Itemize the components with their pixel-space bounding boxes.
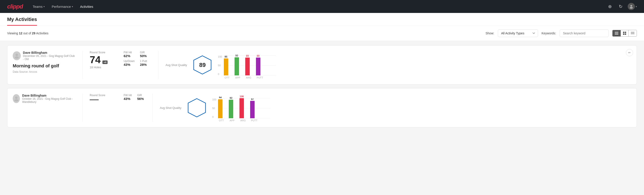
svg-rect-3 bbox=[615, 33, 618, 34]
svg-rect-4 bbox=[615, 34, 618, 34]
search-input[interactable] bbox=[560, 30, 609, 37]
updown: Up/Down 43% bbox=[124, 60, 134, 66]
logo[interactable]: clippd bbox=[7, 3, 23, 10]
activity-title: Morning round of golf bbox=[13, 63, 75, 68]
quality-label: Avg Shot Quality bbox=[166, 63, 187, 67]
svg-point-18 bbox=[14, 99, 18, 102]
refresh-icon[interactable]: ↻ bbox=[617, 3, 624, 10]
viewing-text: Viewing 12 out of 29 Activities bbox=[7, 32, 48, 35]
avatar-2 bbox=[13, 94, 20, 103]
data-source: Data Source: Arccos bbox=[13, 70, 75, 74]
user-info: Dave Billingham December 05, 2021 - Gog … bbox=[13, 51, 75, 61]
nav-performance[interactable]: Performance ▾ bbox=[49, 3, 76, 10]
bar-ott: 85 bbox=[224, 55, 228, 76]
card-stats: Round Score 74 +4 18 Holes FW Hit 62% GI… bbox=[90, 51, 151, 69]
bar-chart-inner-2: 100 50 0 94 bbox=[212, 94, 270, 118]
svg-point-17 bbox=[15, 96, 18, 99]
avatar bbox=[13, 51, 21, 60]
bar-app: 90 bbox=[234, 54, 239, 76]
svg-rect-10 bbox=[631, 32, 634, 33]
gir-2: GIR 56% bbox=[137, 94, 146, 100]
fw-hit: FW Hit 62% bbox=[124, 51, 134, 58]
user-date-2: October 16, 2021 - Gog Magog Golf Club -… bbox=[22, 97, 75, 104]
svg-point-15 bbox=[15, 56, 19, 59]
bar2-ott: 94 bbox=[218, 96, 222, 118]
score-value: 74 +4 bbox=[90, 55, 116, 65]
show-label: Show: bbox=[486, 32, 494, 35]
divider4 bbox=[152, 94, 153, 122]
card-left-2: Dave Billingham October 16, 2021 - Gog M… bbox=[13, 94, 75, 106]
nav: Teams ▾ Performance ▾ Activities bbox=[30, 3, 96, 10]
bar2-app: 92 bbox=[229, 96, 233, 118]
grid-view-button[interactable] bbox=[621, 30, 628, 36]
quality-label-2: Avg Shot Quality bbox=[160, 106, 182, 110]
bar-putt: 89 bbox=[256, 54, 260, 76]
add-icon[interactable]: ⊕ bbox=[606, 3, 614, 10]
score-badge: +4 bbox=[102, 60, 108, 64]
view-toggle bbox=[612, 30, 637, 36]
x-axis-2: OTT APP ARG PUTT bbox=[219, 119, 256, 122]
divider3 bbox=[82, 94, 82, 122]
sub-stats-grid-2: FW Hit 43% GIR 56% bbox=[124, 94, 145, 100]
round-score-label: Round Score bbox=[90, 51, 116, 54]
svg-rect-8 bbox=[625, 34, 626, 35]
nav-activities[interactable]: Activities bbox=[78, 3, 96, 10]
svg-point-1 bbox=[630, 7, 633, 9]
user-name: Dave Billingham bbox=[23, 51, 75, 54]
user-info-2: Dave Billingham October 16, 2021 - Gog M… bbox=[13, 94, 75, 104]
user-menu[interactable]: ▾ bbox=[628, 3, 637, 10]
edit-button[interactable]: ✏ bbox=[626, 49, 633, 56]
score-value-2 bbox=[90, 98, 116, 100]
score-dash bbox=[90, 100, 99, 100]
user-date: December 05, 2021 - Gog Magog Golf Club … bbox=[23, 54, 75, 61]
quality-value: 89 bbox=[199, 62, 206, 68]
performance-chevron-icon: ▾ bbox=[72, 5, 73, 8]
card-stats-2: Round Score FW Hit 43% GIR 56% bbox=[90, 94, 145, 100]
activities-list: ✏ Dave Billingham December 05, 2021 - Go… bbox=[0, 41, 644, 132]
filters-right: Show: All Activity Types Keywords: bbox=[486, 30, 637, 37]
svg-rect-9 bbox=[631, 32, 634, 32]
bar-chart-inner: 100 50 0 85 bbox=[218, 51, 276, 76]
teams-chevron-icon: ▾ bbox=[44, 5, 45, 8]
divider2 bbox=[158, 51, 158, 79]
bars-container-2: 94 92 106 bbox=[218, 98, 270, 118]
svg-point-0 bbox=[630, 5, 632, 7]
svg-rect-7 bbox=[623, 34, 624, 35]
hexagon-2 bbox=[187, 98, 207, 118]
hexagon: 89 bbox=[192, 55, 212, 75]
score-big: 74 bbox=[90, 55, 101, 65]
svg-rect-12 bbox=[631, 34, 634, 34]
svg-rect-11 bbox=[631, 33, 634, 34]
svg-marker-19 bbox=[188, 98, 206, 117]
svg-point-14 bbox=[16, 54, 18, 56]
compact-view-button[interactable] bbox=[628, 30, 637, 36]
y-axis-2: 100 50 0 bbox=[212, 98, 216, 118]
keywords-label: Keywords: bbox=[542, 32, 556, 35]
holes: 18 Holes bbox=[90, 66, 116, 69]
y-axis: 100 50 0 bbox=[218, 55, 222, 76]
page-header: My Activities bbox=[0, 13, 644, 26]
quality-section: Avg Shot Quality 89 100 50 0 bbox=[166, 51, 631, 79]
gir: GIR 50% bbox=[140, 51, 151, 58]
round-score-group: Round Score 74 +4 18 Holes bbox=[90, 51, 116, 69]
x-axis: OTT APP ARG PUTT bbox=[224, 76, 261, 79]
round-score-group-2: Round Score bbox=[90, 94, 116, 100]
list-view-button[interactable] bbox=[612, 30, 621, 36]
page-title: My Activities bbox=[7, 16, 37, 26]
header-left: clippd Teams ▾ Performance ▾ Activities bbox=[7, 3, 96, 10]
svg-rect-6 bbox=[625, 32, 626, 33]
hexagon-container-2 bbox=[187, 98, 207, 118]
avatar-chevron-icon: ▾ bbox=[636, 5, 637, 8]
nav-teams[interactable]: Teams ▾ bbox=[30, 3, 47, 10]
bar2-arg: 106 bbox=[240, 95, 244, 118]
header-right: ⊕ ↻ ▾ bbox=[606, 3, 637, 10]
svg-rect-2 bbox=[615, 32, 618, 32]
activity-type-select[interactable]: All Activity Types bbox=[498, 30, 538, 37]
filters-bar: Viewing 12 out of 29 Activities Show: Al… bbox=[0, 26, 644, 41]
bar-arg: 89 bbox=[245, 54, 250, 76]
activity-card: ✏ Dave Billingham December 05, 2021 - Go… bbox=[7, 45, 637, 84]
bar-chart: 100 50 0 85 bbox=[218, 51, 276, 79]
sub-stats-grid: FW Hit 62% GIR 50% Up/Down 43% 1 Putt 28… bbox=[124, 51, 151, 66]
fw-hit-2: FW Hit 43% bbox=[124, 94, 132, 100]
avatar bbox=[628, 3, 635, 10]
